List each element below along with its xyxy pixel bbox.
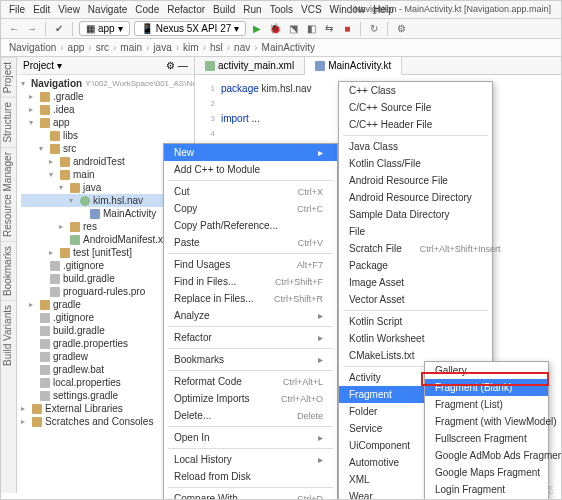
menu-item[interactable]: Kotlin Script (339, 313, 492, 330)
rail-project[interactable]: Project (1, 57, 16, 97)
menu-item[interactable]: Analyze▸ (164, 307, 337, 324)
device-combo[interactable]: 📱Nexus 5X API 27▾ (134, 21, 247, 36)
menu-item[interactable]: C++ Class (339, 82, 492, 99)
coverage-icon[interactable]: ⬔ (286, 22, 300, 36)
menu-item[interactable]: PasteCtrl+V (164, 234, 337, 251)
tree-node[interactable]: ▸.gradle (21, 90, 190, 103)
rail-build-variants[interactable]: Build Variants (1, 300, 16, 370)
back-icon[interactable]: ← (7, 22, 21, 36)
menu-item[interactable]: Reformat CodeCtrl+Alt+L (164, 373, 337, 390)
window-title: Navigation - MainActivity.kt [Navigation… (354, 4, 551, 14)
menu-run[interactable]: Run (243, 4, 261, 15)
menu-item[interactable]: Fullscreen Fragment (425, 430, 548, 447)
menu-item[interactable]: Find in Files...Ctrl+Shift+F (164, 273, 337, 290)
left-tool-rails: ProjectStructureResource ManagerBookmark… (1, 57, 17, 493)
menu-item[interactable]: Bookmarks▸ (164, 351, 337, 368)
editor-tabs: activity_main.xmlMainActivity.kt (195, 57, 561, 75)
attach-icon[interactable]: ⇆ (322, 22, 336, 36)
menu-item[interactable]: New▸ (164, 144, 337, 161)
breadcrumb-item[interactable]: MainActivity (262, 42, 315, 53)
tool-window-gear-icon[interactable]: ⚙ — (166, 60, 188, 71)
menu-item[interactable]: File (339, 223, 492, 240)
sync-icon[interactable]: ↻ (367, 22, 381, 36)
project-view-selector[interactable]: Project ▾ (23, 60, 62, 71)
editor-tab[interactable]: MainActivity.kt (305, 57, 402, 75)
context-menu-fragment[interactable]: Gallery...Fragment (Blank)Fragment (List… (424, 361, 549, 500)
menu-item[interactable]: Fragment (Blank) (425, 379, 548, 396)
menu-file[interactable]: File (9, 4, 25, 15)
menu-edit[interactable]: Edit (33, 4, 50, 15)
breadcrumb-item[interactable]: app (68, 42, 85, 53)
menu-item[interactable]: C/C++ Header File (339, 116, 492, 133)
menu-item[interactable]: Find UsagesAlt+F7 (164, 256, 337, 273)
breadcrumb-item[interactable]: hsl (210, 42, 223, 53)
menu-item[interactable]: Gallery... (425, 362, 548, 379)
debug-icon[interactable]: 🐞 (268, 22, 282, 36)
menu-item[interactable]: CopyCtrl+C (164, 200, 337, 217)
menu-item[interactable]: Sample Data Directory (339, 206, 492, 223)
breadcrumb-item[interactable]: nav (234, 42, 250, 53)
menu-item[interactable]: Image Asset (339, 274, 492, 291)
menu-item[interactable]: Kotlin Worksheet (339, 330, 492, 347)
breadcrumb-item[interactable]: java (153, 42, 171, 53)
rail-resource-manager[interactable]: Resource Manager (1, 147, 16, 241)
tree-node[interactable]: ▾app (21, 116, 190, 129)
menu-item[interactable]: Local History▸ (164, 451, 337, 468)
menu-item[interactable]: Scratch FileCtrl+Alt+Shift+Insert (339, 240, 492, 257)
menu-item[interactable]: Java Class (339, 138, 492, 155)
menu-item[interactable]: Package (339, 257, 492, 274)
menu-item[interactable]: Vector Asset (339, 291, 492, 308)
menu-item[interactable]: Copy Path/Reference... (164, 217, 337, 234)
stop-icon[interactable]: ■ (340, 22, 354, 36)
menu-item[interactable]: Delete...Delete (164, 407, 337, 424)
tree-node[interactable]: libs (21, 129, 190, 142)
breadcrumb-item[interactable]: main (120, 42, 142, 53)
editor-tab[interactable]: activity_main.xml (195, 57, 305, 74)
menu-item[interactable]: Fragment (List) (425, 396, 548, 413)
breadcrumb: Navigation›app›src›main›java›kim›hsl›nav… (1, 39, 561, 57)
menu-item[interactable]: Add C++ to Module (164, 161, 337, 178)
forward-icon[interactable]: → (25, 22, 39, 36)
menu-item[interactable]: Login Fragment (425, 481, 548, 498)
menu-item[interactable]: Optimize ImportsCtrl+Alt+O (164, 390, 337, 407)
menu-item[interactable]: CutCtrl+X (164, 183, 337, 200)
menu-item[interactable]: Open In▸ (164, 429, 337, 446)
menu-item[interactable]: Android Resource File (339, 172, 492, 189)
tree-node[interactable]: ▸.idea (21, 103, 190, 116)
menu-view[interactable]: View (58, 4, 80, 15)
profile-icon[interactable]: ◧ (304, 22, 318, 36)
menu-item[interactable]: Compare With...Ctrl+D (164, 490, 337, 500)
menu-item[interactable]: C/C++ Source File (339, 99, 492, 116)
menu-item[interactable]: Refactor▸ (164, 329, 337, 346)
run-icon[interactable]: ▶ (250, 22, 264, 36)
breadcrumb-item[interactable]: Navigation (9, 42, 56, 53)
menu-item[interactable]: Replace in Files...Ctrl+Shift+R (164, 290, 337, 307)
menu-item[interactable]: Android Resource Directory (339, 189, 492, 206)
menu-navigate[interactable]: Navigate (88, 4, 127, 15)
menu-tools[interactable]: Tools (270, 4, 293, 15)
context-menu-1[interactable]: New▸Add C++ to ModuleCutCtrl+XCopyCtrl+C… (163, 143, 338, 500)
breadcrumb-item[interactable]: src (96, 42, 109, 53)
rail-bookmarks[interactable]: Bookmarks (1, 241, 16, 300)
menu-code[interactable]: Code (135, 4, 159, 15)
menu-refactor[interactable]: Refactor (167, 4, 205, 15)
menu-item[interactable]: Reload from Disk (164, 468, 337, 485)
check-icon[interactable]: ✔ (52, 22, 66, 36)
avd-icon[interactable]: ⚙ (394, 22, 408, 36)
main-toolbar: ← → ✔ ▦app▾ 📱Nexus 5X API 27▾ ▶ 🐞 ⬔ ◧ ⇆ … (1, 19, 561, 39)
menu-item[interactable]: Kotlin Class/File (339, 155, 492, 172)
run-config-combo[interactable]: ▦app▾ (79, 21, 130, 36)
menu-item[interactable]: Google Maps Fragment (425, 464, 548, 481)
breadcrumb-item[interactable]: kim (183, 42, 199, 53)
rail-structure[interactable]: Structure (1, 97, 16, 147)
menu-item[interactable]: Google AdMob Ads Fragment (425, 447, 548, 464)
menu-item[interactable]: Fragment (with ViewModel) (425, 413, 548, 430)
menu-vcs[interactable]: VCS (301, 4, 322, 15)
menu-build[interactable]: Build (213, 4, 235, 15)
